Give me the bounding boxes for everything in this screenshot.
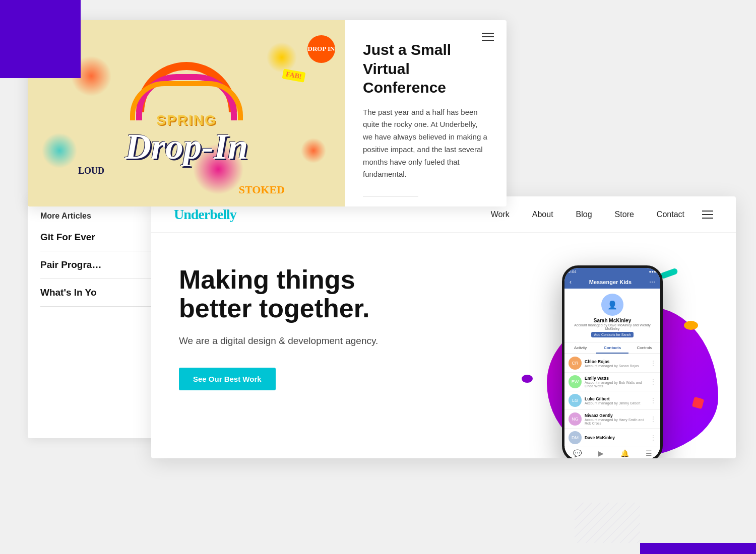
phone-contact-sub-4: Account managed by Harry Smith and Rob C… <box>585 418 647 425</box>
phone-contact-item-1[interactable]: CR Chloe Rojas Account managed by Susan … <box>564 354 660 373</box>
hamburger-menu-icon[interactable] <box>482 33 494 41</box>
phone-status-bar: 2:04 ●●● <box>564 268 660 275</box>
phone-list-more-icon-2[interactable]: ⋮ <box>650 378 656 385</box>
doodle-stoked: Stoked <box>239 183 285 196</box>
article-divider <box>363 196 418 196</box>
top-article-card: RIGHT ON! FAB! DROP IN Stoked LOUD SPRIN… <box>28 20 507 206</box>
phone-contact-info-4: Nivaaz Gently Account managed by Harry S… <box>585 413 647 425</box>
phone-contact-avatar-4: NG <box>569 412 582 426</box>
phone-contact-info-5: Dave McKinley <box>585 435 647 440</box>
nav-links-list: Work About Blog Store Contact <box>491 210 684 219</box>
rainbow-decoration <box>136 62 237 112</box>
phone-app-name: Messenger Kids <box>589 279 632 285</box>
svg-rect-1 <box>575 503 640 543</box>
nav-contact-link[interactable]: Contact <box>657 210 684 219</box>
phone-contact-item-4[interactable]: NG Nivaaz Gently Account managed by Harr… <box>564 410 660 429</box>
bottom-purple-bar-decoration <box>640 543 756 554</box>
nav-store-link[interactable]: Store <box>615 210 634 219</box>
phone-tab-controls[interactable]: Controls <box>628 343 660 354</box>
sidebar-article-title-2: Pair Progra… <box>40 259 161 270</box>
nav-hamburger-line-1 <box>702 211 713 212</box>
purple-corner-decoration <box>0 0 81 78</box>
cta-see-best-work-button[interactable]: See Our Best Work <box>179 368 276 390</box>
phone-contact-sub-3: Account managed by Jimmy Gilbert <box>585 401 647 405</box>
phone-list-more-icon-4[interactable]: ⋮ <box>650 416 656 423</box>
phone-contact-name-1: Chloe Rojas <box>585 359 647 364</box>
sidebar-article-2[interactable]: Pair Progra… <box>40 259 161 279</box>
phone-contact-item-5[interactable]: DM Dave McKinley ⋮ <box>564 429 660 447</box>
nav-hamburger-line-2 <box>702 214 713 215</box>
phone-contact-avatar-2: EW <box>569 375 582 388</box>
phone-bottom-chat-icon[interactable]: 💬 <box>573 449 582 457</box>
nav-blog-link[interactable]: Blog <box>576 210 592 219</box>
phone-contact-avatar-1: CR <box>569 357 582 370</box>
phone-screen: 2:04 ●●● ‹ Messenger Kids ⋯ 👤 Sarah McKi… <box>564 268 660 458</box>
phone-tabs: Activity Contacts Controls <box>564 343 660 354</box>
sidebar-article-title-1: Git For Ever <box>40 232 161 243</box>
phone-contact-card: 👤 Sarah McKinley Account managed by Dave… <box>564 289 660 343</box>
phone-contact-item-3[interactable]: LG Luke Gilbert Account managed by Jimmy… <box>564 391 660 410</box>
phone-list-more-icon-1[interactable]: ⋮ <box>650 360 656 367</box>
deco-yellow-shape <box>684 321 698 330</box>
phone-contact-sub-1: Account managed by Susan Rojas <box>585 364 647 368</box>
phone-contact-info-1: Chloe Rojas Account managed by Susan Roj… <box>585 359 647 368</box>
drop-in-logo: SPRING Drop-In <box>125 62 248 165</box>
hamburger-line-3 <box>482 40 494 41</box>
sidebar-article-3[interactable]: What's In Yo <box>40 287 161 307</box>
article-content-area: Just a Small Virtual Conference The past… <box>345 20 507 206</box>
hero-content-area: Making things better together. We are a … <box>179 260 517 458</box>
doodle-fab: FAB! <box>282 68 305 82</box>
deco-purple-shape <box>522 375 533 383</box>
phone-contact-managed-by: Account managed by Dave McAinley and Wen… <box>570 323 655 330</box>
phone-back-arrow-icon[interactable]: ‹ <box>570 279 572 286</box>
underbelly-logo[interactable]: Underbelly <box>174 206 236 223</box>
website-hamburger-icon[interactable] <box>702 211 713 219</box>
phone-bottom-more-icon[interactable]: ☰ <box>646 449 652 457</box>
sidebar-article-title-3: What's In Yo <box>40 287 161 298</box>
phone-bottom-video-icon[interactable]: ▶ <box>598 449 604 457</box>
nav-work-link[interactable]: Work <box>491 210 510 219</box>
phone-contact-info-3: Luke Gilbert Account managed by Jimmy Gi… <box>585 396 647 405</box>
phone-bottom-bell-icon[interactable]: 🔔 <box>620 449 629 457</box>
phone-contact-name-4: Nivaaz Gently <box>585 413 647 418</box>
hero-visual-area: 2:04 ●●● ‹ Messenger Kids ⋯ 👤 Sarah McKi… <box>517 260 708 458</box>
phone-contact-avatar: 👤 <box>601 294 623 316</box>
article-title: Just a Small Virtual Conference <box>363 40 489 97</box>
sidebar-article-1[interactable]: Git For Ever <box>40 232 161 251</box>
phone-bottom-navigation: 💬 ▶ 🔔 ☰ <box>564 447 660 458</box>
phone-mockup: 2:04 ●●● ‹ Messenger Kids ⋯ 👤 Sarah McKi… <box>562 265 663 458</box>
deco-teal-shape <box>660 267 678 279</box>
nav-about-link[interactable]: About <box>532 210 553 219</box>
phone-list-more-icon-5[interactable]: ⋮ <box>650 434 656 441</box>
sidebar-heading: More Articles <box>40 212 161 221</box>
doodle-drop-in-badge: DROP IN <box>307 35 335 63</box>
phone-contact-name: Sarah McKinley <box>594 318 631 323</box>
phone-contact-sub-2: Account managed by Bob Watts and Linda W… <box>585 381 647 388</box>
phone-tab-activity[interactable]: Activity <box>564 343 596 354</box>
phone-signal: ●●● <box>649 269 657 274</box>
phone-app-header: ‹ Messenger Kids ⋯ <box>564 275 660 289</box>
article-excerpt: The past year and a half has been quite … <box>363 106 489 181</box>
underbelly-website-card: Underbelly Work About Blog Store Contact <box>151 196 736 458</box>
hamburger-line-2 <box>482 36 494 37</box>
phone-contact-name-5: Dave McKinley <box>585 435 647 440</box>
phone-time: 2:04 <box>569 269 577 274</box>
hero-section: Making things better together. We are a … <box>151 233 736 458</box>
grid-diagonal-decoration <box>575 503 640 543</box>
phone-contact-item-2[interactable]: EW Emily Watts Account managed by Bob Wa… <box>564 373 660 391</box>
hero-title-line2: better together. <box>179 294 370 323</box>
hero-subtitle: We are a digital design & development ag… <box>179 334 517 349</box>
phone-tab-contacts[interactable]: Contacts <box>596 343 628 354</box>
phone-contact-info-2: Emily Watts Account managed by Bob Watts… <box>585 376 647 388</box>
hero-title-line1: Making things <box>179 265 355 294</box>
phone-contact-name-3: Luke Gilbert <box>585 396 647 401</box>
grid-lines-svg <box>575 503 640 543</box>
hamburger-line-1 <box>482 33 494 34</box>
nav-hamburger-line-3 <box>702 218 713 219</box>
phone-contact-avatar-5: DM <box>569 431 582 444</box>
phone-add-contacts-button[interactable]: Add Contacts for Sarah <box>591 332 634 337</box>
phone-list-more-icon-3[interactable]: ⋮ <box>650 397 656 404</box>
phone-header-action-icon[interactable]: ⋯ <box>649 279 655 286</box>
dropin-label: Drop-In <box>125 128 248 165</box>
doodle-loud: LOUD <box>78 166 104 176</box>
